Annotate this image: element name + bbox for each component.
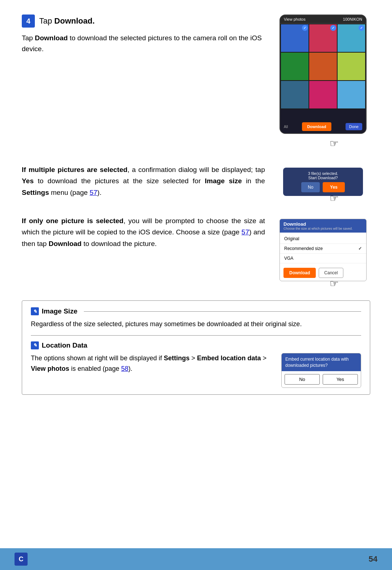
size-option-recommended[interactable]: Recommended size ✓ [280, 244, 366, 254]
phone-mockup: View photos 100NIKON ✓ ✓ ✓ All [279, 15, 367, 134]
cursor-hand-2: ☞ [330, 192, 339, 204]
link-57a[interactable]: 57 [90, 189, 97, 196]
page-content: 4 Tap Download. Tap Download to download… [0, 0, 392, 424]
image-size-body: Regardless of the size selected, picture… [31, 319, 361, 329]
cursor-hand-1: ☞ [330, 138, 339, 149]
phone-header: View photos 100NIKON [280, 15, 366, 24]
photo-cell-8 [309, 81, 337, 108]
check-2: ✓ [330, 25, 336, 31]
embed-dialog-header: Embed current location data with downloa… [282, 353, 361, 372]
size-cancel-btn[interactable]: Cancel [319, 268, 343, 278]
photo-cell-5 [309, 53, 337, 80]
confirm-dialog-buttons: No Yes [287, 182, 359, 192]
location-data-icon: ✎ [31, 341, 39, 349]
step4-title: Tap Download. [39, 16, 95, 26]
step4-section: 4 Tap Download. Tap Download to download… [22, 15, 370, 149]
page-number: 54 [369, 554, 377, 564]
confirm-no-btn[interactable]: No [301, 182, 320, 192]
confirm-dialog-title: 3 file(s) selected.Start Download? [287, 171, 359, 180]
location-data-title: Location Data [42, 341, 87, 349]
confirm-dialog-col: 3 file(s) selected.Start Download? No Ye… [276, 164, 370, 204]
image-size-title: Image Size [42, 307, 77, 315]
size-option-vga[interactable]: VGA [280, 254, 366, 263]
image-size-header: ✎ Image Size [31, 307, 361, 315]
download-size-col: Download Choose the size at which pictur… [276, 215, 370, 290]
location-sub-text: The options shown at right will be displ… [31, 353, 274, 374]
photo-cell-1: ✓ [281, 24, 309, 52]
multiple-pictures-section: If multiple pictures are selected, a con… [22, 164, 370, 204]
phone-done-btn[interactable]: Done [346, 123, 362, 130]
embed-dialog-buttons: No Yes [282, 371, 361, 387]
page-footer: C 54 [0, 548, 392, 570]
phone-header-left: View photos [284, 17, 306, 21]
image-size-icon: ✎ [31, 307, 39, 315]
location-data-header: ✎ Location Data [31, 341, 361, 349]
phone-download-btn[interactable]: Download [302, 122, 331, 131]
step-number-badge: 4 [22, 15, 35, 28]
multiple-para-text: If multiple pictures are selected, a con… [22, 164, 265, 204]
note-title-line [84, 311, 361, 312]
note-divider [31, 335, 361, 336]
phone-header-right: 100NIKON [343, 17, 362, 21]
download-size-dialog: Download Choose the size at which pictur… [279, 219, 367, 281]
size-download-btn[interactable]: Download [283, 268, 316, 278]
step4-text: 4 Tap Download. Tap Download to download… [22, 15, 265, 149]
phone-footer: All Download Done [280, 120, 366, 133]
footer-letter-badge: C [15, 553, 28, 566]
step4-body: Tap Download to download the selected pi… [22, 33, 265, 55]
single-picture-section: If only one picture is selected, you wil… [22, 215, 370, 290]
step4-header: 4 Tap Download. [22, 15, 265, 28]
download-size-options: Original Recommended size ✓ VGA [280, 233, 366, 265]
phone-all-label: All [284, 125, 288, 129]
embed-yes-btn[interactable]: Yes [323, 374, 358, 385]
photo-cell-2: ✓ [309, 24, 337, 52]
download-size-footer: Download Cancel [280, 265, 366, 281]
confirm-yes-btn[interactable]: Yes [323, 182, 345, 192]
download-size-header: Download Choose the size at which pictur… [280, 219, 366, 233]
photo-cell-3: ✓ [338, 24, 365, 52]
note-box: ✎ Image Size Regardless of the size sele… [22, 300, 370, 395]
embed-no-btn[interactable]: No [285, 374, 320, 385]
cursor-hand-3: ☞ [330, 278, 339, 290]
confirm-dialog: 3 file(s) selected.Start Download? No Ye… [283, 168, 363, 196]
size-option-original[interactable]: Original [280, 234, 366, 244]
check-1: ✓ [302, 25, 308, 31]
check-3: ✓ [359, 25, 364, 31]
embed-dialog: Embed current location data with downloa… [281, 353, 361, 388]
location-sub-section: The options shown at right will be displ… [31, 353, 361, 388]
photo-cell-4 [281, 53, 309, 80]
photo-cell-9 [338, 81, 365, 108]
step4-images: View photos 100NIKON ✓ ✓ ✓ All [276, 15, 370, 149]
link-58[interactable]: 58 [121, 365, 128, 372]
photo-cell-6 [338, 53, 365, 80]
embed-dialog-col: Embed current location data with downloa… [281, 353, 361, 388]
photo-grid: ✓ ✓ ✓ [280, 24, 366, 109]
checkmark-recommended: ✓ [358, 246, 362, 251]
link-57b[interactable]: 57 [241, 228, 249, 236]
photo-cell-7 [281, 81, 309, 108]
single-para-text: If only one picture is selected, you wil… [22, 215, 265, 290]
